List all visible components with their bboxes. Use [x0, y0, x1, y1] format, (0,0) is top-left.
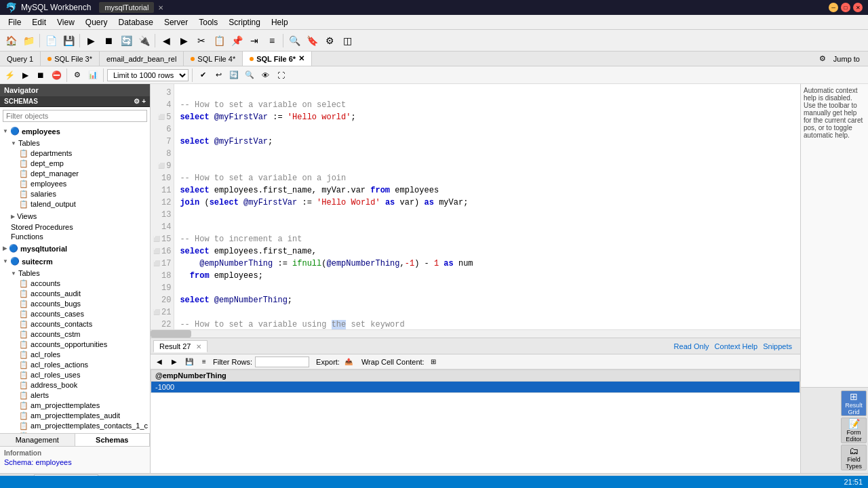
tab-sqlfile6[interactable]: SQL File 6* ✕: [243, 52, 312, 66]
snippets-link[interactable]: Snippets: [763, 342, 797, 350]
minimize-button[interactable]: ─: [829, 3, 838, 12]
menu-scripting[interactable]: Scripting: [223, 16, 266, 28]
reconnect-button[interactable]: 🔌: [136, 33, 152, 49]
tab-settings-button[interactable]: ⚙: [814, 51, 831, 67]
table-am-proj-contacts[interactable]: 📋 am_projecttemplates_contacts_1_c: [16, 421, 150, 431]
invisible-button[interactable]: 👁: [258, 68, 272, 82]
table-accounts-opp[interactable]: 📋 accounts_opportunities: [16, 340, 150, 350]
run-query-button[interactable]: ⚡: [3, 68, 16, 82]
table-acl-roles-uses[interactable]: 📋 acl_roles_uses: [16, 370, 150, 380]
commit-button[interactable]: ✔: [196, 68, 210, 82]
paste-button[interactable]: 📌: [229, 33, 245, 49]
tab-sqlfile3[interactable]: SQL File 3*: [41, 52, 100, 66]
schemas-gear[interactable]: ⚙ +: [134, 98, 146, 105]
result-nav-prev[interactable]: ◀: [153, 356, 165, 368]
table-accounts-bugs[interactable]: 📋 accounts_bugs: [16, 299, 150, 309]
toggle-view-button[interactable]: ◫: [339, 33, 355, 49]
bookmarks-button[interactable]: 🔖: [304, 33, 320, 49]
result-wrap[interactable]: ≡: [198, 356, 210, 368]
tables-header[interactable]: ▼ Tables: [8, 138, 150, 148]
menu-edit[interactable]: Edit: [26, 16, 52, 28]
table-employees[interactable]: 📋 employees: [16, 179, 150, 189]
result-nav-next[interactable]: ▶: [168, 356, 180, 368]
maximize-button[interactable]: □: [841, 3, 850, 12]
close-button[interactable]: ✕: [853, 3, 863, 12]
back-button[interactable]: ◀: [158, 33, 174, 49]
stop-query-button[interactable]: ⏹: [34, 68, 47, 82]
tab-schemas[interactable]: Schemas: [75, 434, 151, 446]
stop-button[interactable]: ⏹: [100, 33, 117, 49]
table-acl-roles[interactable]: 📋 acl_roles: [16, 350, 150, 360]
menu-view[interactable]: View: [52, 16, 80, 28]
suitecrm-tables-header[interactable]: ▼ Tables: [8, 268, 150, 279]
table-address-book[interactable]: 📋 address_book: [16, 380, 150, 390]
stored-procedures-item[interactable]: Stored Procedures: [8, 222, 150, 232]
field-types-button[interactable]: 🗂 Field Types: [841, 445, 867, 470]
indent-button[interactable]: ⇥: [246, 33, 262, 49]
window-tab[interactable]: mysqlTutorial: [99, 2, 154, 13]
copy-button[interactable]: 📋: [211, 33, 227, 49]
menu-help[interactable]: Help: [266, 16, 294, 28]
tab-email[interactable]: email_addr_bean_rel: [100, 52, 184, 66]
expand-button[interactable]: ⛶: [274, 68, 288, 82]
result-grid[interactable]: @empNumberThing -1000: [151, 369, 800, 473]
code-content[interactable]: -- How to set a variable on select selec…: [174, 84, 800, 329]
result-tab-27[interactable]: Result 27 ✕: [153, 340, 208, 352]
context-help-link[interactable]: Context Help: [715, 342, 764, 350]
functions-item[interactable]: Functions: [8, 232, 150, 241]
new-connection-button[interactable]: 🏠: [3, 33, 19, 49]
horizontal-scrollbar[interactable]: [151, 329, 800, 338]
refresh-button[interactable]: 🔄: [118, 33, 134, 49]
table-accounts[interactable]: 📋 accounts: [16, 279, 150, 289]
explain-button[interactable]: 📊: [86, 68, 100, 82]
table-salaries[interactable]: 📋 salaries: [16, 189, 150, 199]
table-row[interactable]: -1000: [151, 382, 800, 393]
result-nav-export[interactable]: 💾: [183, 356, 195, 368]
table-accounts-contacts[interactable]: 📋 accounts_contacts: [16, 319, 150, 329]
tab-sqlfile4[interactable]: SQL File 4*: [184, 52, 243, 66]
schema-employees-header[interactable]: ▼🔵 employees: [0, 125, 150, 137]
result-grid-button[interactable]: ⊞ Result Grid: [841, 390, 867, 416]
export-button[interactable]: 📤: [342, 356, 355, 368]
menu-file[interactable]: File: [3, 16, 26, 28]
run-selection-button[interactable]: ▶: [18, 68, 32, 82]
tab-query1[interactable]: Query 1: [0, 52, 41, 66]
result-tab-close[interactable]: ✕: [196, 343, 201, 350]
views-header[interactable]: ▶ Views: [8, 211, 150, 222]
rollback-button[interactable]: ↩: [212, 68, 225, 82]
menu-query[interactable]: Query: [80, 16, 113, 28]
table-accounts-audit[interactable]: 📋 accounts_audit: [16, 289, 150, 299]
table-am-proj-audit[interactable]: 📋 am_projecttemplates_audit: [16, 411, 150, 421]
auto-commit-button[interactable]: 🔄: [227, 68, 241, 82]
menu-server[interactable]: Server: [159, 16, 193, 28]
search-input[interactable]: [3, 110, 147, 122]
table-accounts-cases[interactable]: 📋 accounts_cases: [16, 309, 150, 319]
open-button[interactable]: 📁: [20, 33, 37, 49]
filter-rows-input[interactable]: [255, 357, 309, 367]
toggle-explain-button[interactable]: ⚙: [71, 68, 84, 82]
run-button[interactable]: ▶: [83, 33, 99, 49]
schema-mysqltutorial-header[interactable]: ▶🔵 mysqltutorial: [0, 243, 150, 254]
wrap-cell-button[interactable]: ⊞: [427, 356, 439, 368]
format-button[interactable]: ≡: [264, 33, 280, 49]
save-button[interactable]: 💾: [60, 33, 77, 49]
settings-button[interactable]: ⚙: [321, 33, 338, 49]
forward-button[interactable]: ▶: [176, 33, 192, 49]
table-alerts[interactable]: 📋 alerts: [16, 390, 150, 401]
tab-management[interactable]: Management: [0, 434, 75, 446]
find-button[interactable]: 🔍: [243, 68, 256, 82]
new-query-button[interactable]: 📄: [43, 33, 59, 49]
menu-database[interactable]: Database: [113, 16, 159, 28]
tab-close[interactable]: ✕: [158, 4, 163, 12]
table-departments[interactable]: 📋 departments: [16, 148, 150, 159]
search-button[interactable]: 🔍: [286, 33, 302, 49]
schema-suitecrm-header[interactable]: ▼🔵 suitecrm: [0, 256, 150, 267]
table-accounts-cstm[interactable]: 📋 accounts_cstm: [16, 329, 150, 340]
table-dept-emp[interactable]: 📋 dept_emp: [16, 159, 150, 169]
table-talend-output[interactable]: 📋 talend_output: [16, 199, 150, 209]
limit-select[interactable]: Limit to 1000 rows: [107, 69, 189, 81]
table-am-projecttemplates[interactable]: 📋 am_projecttemplates: [16, 401, 150, 411]
menu-tools[interactable]: Tools: [193, 16, 223, 28]
table-dept-manager[interactable]: 📋 dept_manager: [16, 169, 150, 179]
cut-button[interactable]: ✂: [193, 33, 210, 49]
